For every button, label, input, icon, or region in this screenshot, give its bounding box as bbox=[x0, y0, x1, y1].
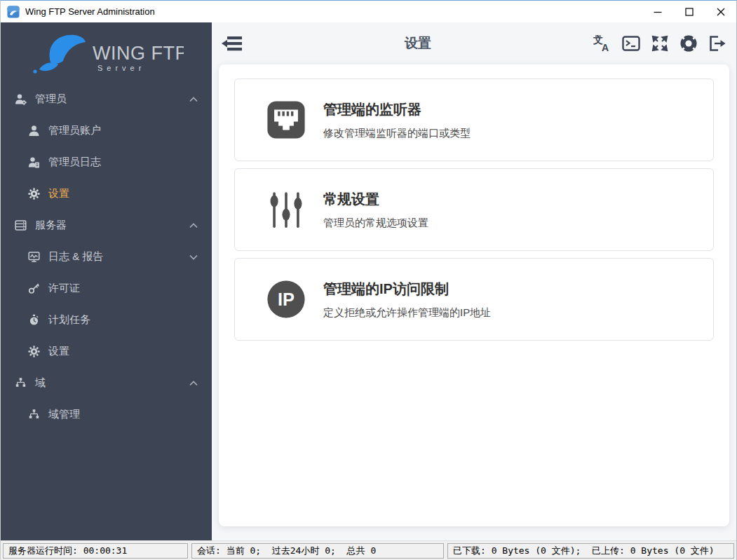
maximize-icon bbox=[685, 8, 694, 16]
svg-text:A: A bbox=[602, 42, 609, 53]
sidebar-item-domain-management[interactable]: 域管理 bbox=[1, 399, 212, 430]
sidebar-item-label: 许可证 bbox=[48, 282, 80, 295]
sidebar-item-domain[interactable]: 域 bbox=[1, 367, 212, 399]
page-title: 设置 bbox=[243, 34, 593, 53]
fullscreen-icon[interactable] bbox=[651, 34, 669, 53]
sidebar-item-admin-settings[interactable]: 设置 bbox=[1, 178, 212, 210]
user-icon bbox=[28, 125, 40, 137]
gear-icon bbox=[28, 346, 40, 357]
sidebar-item-server[interactable]: 服务器 bbox=[1, 210, 212, 241]
sidebar-item-scheduler[interactable]: 计划任务 bbox=[1, 304, 212, 336]
logo-subtitle-text: Server bbox=[97, 64, 145, 72]
logout-icon[interactable] bbox=[708, 34, 726, 53]
app-window: Wing FTP Server Administration bbox=[0, 0, 737, 560]
card-ip-access[interactable]: IP 管理端的IP访问限制 定义拒绝或允许操作管理端的IP地址 bbox=[234, 258, 714, 341]
sidebar-item-label: 计划任务 bbox=[48, 313, 90, 327]
card-title: 常规设置 bbox=[323, 190, 428, 209]
ethernet-port-icon bbox=[266, 100, 306, 140]
chevron-up-icon bbox=[189, 223, 198, 228]
sidebar-item-admin[interactable]: 管理员 bbox=[1, 83, 212, 115]
domain-icon bbox=[15, 377, 27, 389]
sidebar-item-label: 域管理 bbox=[48, 408, 80, 421]
server-icon bbox=[15, 219, 27, 231]
admin-user-icon bbox=[15, 93, 27, 105]
card-description: 管理员的常规选项设置 bbox=[323, 217, 428, 230]
ip-badge-icon: IP bbox=[266, 279, 306, 320]
gear-icon bbox=[28, 188, 40, 200]
maximize-button[interactable] bbox=[673, 1, 705, 22]
card-text: 常规设置 管理员的常规选项设置 bbox=[323, 190, 428, 230]
header-toolbar: 文 A bbox=[593, 34, 726, 53]
sidebar-item-label: 设置 bbox=[48, 187, 69, 200]
chevron-up-icon bbox=[189, 381, 198, 386]
status-sessions: 会话: 当前 0; 过去24小时 0; 总共 0 bbox=[191, 543, 444, 559]
collapse-sidebar-icon[interactable] bbox=[222, 34, 243, 53]
sidebar-item-admin-logs[interactable]: 管理员日志 bbox=[1, 146, 212, 178]
sidebar-item-license[interactable]: 许可证 bbox=[1, 273, 212, 304]
close-icon bbox=[717, 8, 725, 16]
card-admin-listener[interactable]: 管理端的监听器 修改管理端监听器的端口或类型 bbox=[234, 78, 714, 161]
logs-report-icon bbox=[28, 251, 40, 263]
card-text: 管理端的监听器 修改管理端监听器的端口或类型 bbox=[323, 100, 471, 140]
window-title: Wing FTP Server Administration bbox=[25, 6, 642, 17]
sidebar-item-label: 管理员账户 bbox=[48, 124, 101, 137]
console-icon[interactable] bbox=[622, 34, 640, 53]
main-header: 设置 文 A bbox=[212, 22, 736, 64]
status-transfer: 已下载: 0 Bytes (0 文件); 已上传: 0 Bytes (0 文件) bbox=[447, 543, 734, 559]
sidebar-item-label: 域 bbox=[35, 376, 46, 390]
sidebar: WING FTP Server bbox=[1, 22, 212, 540]
sidebar-item-admin-accounts[interactable]: 管理员账户 bbox=[1, 115, 212, 146]
minimize-icon bbox=[654, 8, 662, 16]
titlebar: Wing FTP Server Administration bbox=[1, 1, 736, 22]
sidebar-item-label: 日志 & 报告 bbox=[48, 250, 103, 264]
wing-ftp-logo-icon: WING FTP Server bbox=[29, 30, 184, 76]
settings-panel: 管理端的监听器 修改管理端监听器的端口或类型 bbox=[219, 64, 729, 526]
close-button[interactable] bbox=[705, 1, 736, 22]
app-logo-icon bbox=[7, 6, 20, 18]
help-icon[interactable] bbox=[679, 34, 698, 53]
wing-ftp-logo: WING FTP Server bbox=[1, 22, 212, 83]
card-description: 定义拒绝或允许操作管理端的IP地址 bbox=[323, 306, 491, 320]
sidebar-item-label: 服务器 bbox=[35, 219, 67, 232]
schedule-icon bbox=[28, 314, 40, 326]
chevron-up-icon bbox=[189, 97, 198, 102]
chevron-down-icon bbox=[189, 254, 198, 260]
sliders-icon bbox=[266, 189, 306, 230]
domain-icon bbox=[28, 409, 40, 421]
statusbar: 服务器运行时间: 00:00:31 会话: 当前 0; 过去24小时 0; 总共… bbox=[1, 540, 736, 560]
sidebar-item-label: 管理员日志 bbox=[48, 156, 101, 169]
user-log-icon bbox=[28, 156, 40, 168]
language-icon[interactable]: 文 A bbox=[593, 34, 611, 53]
svg-text:IP: IP bbox=[278, 289, 295, 309]
sidebar-item-logs-reports[interactable]: 日志 & 报告 bbox=[1, 241, 212, 273]
main-area: 设置 文 A bbox=[212, 22, 736, 540]
card-general-settings[interactable]: 常规设置 管理员的常规选项设置 bbox=[234, 168, 714, 251]
sidebar-item-server-settings[interactable]: 设置 bbox=[1, 336, 212, 367]
card-title: 管理端的监听器 bbox=[323, 100, 471, 119]
card-text: 管理端的IP访问限制 定义拒绝或允许操作管理端的IP地址 bbox=[323, 280, 491, 320]
card-description: 修改管理端监听器的端口或类型 bbox=[323, 127, 471, 140]
minimize-button[interactable] bbox=[642, 1, 673, 22]
card-title: 管理端的IP访问限制 bbox=[323, 280, 491, 299]
key-icon bbox=[28, 282, 40, 294]
logo-title-text: WING FTP bbox=[93, 43, 184, 64]
status-uptime: 服务器运行时间: 00:00:31 bbox=[3, 543, 188, 559]
sidebar-item-label: 设置 bbox=[48, 345, 69, 358]
sidebar-item-label: 管理员 bbox=[35, 93, 67, 106]
